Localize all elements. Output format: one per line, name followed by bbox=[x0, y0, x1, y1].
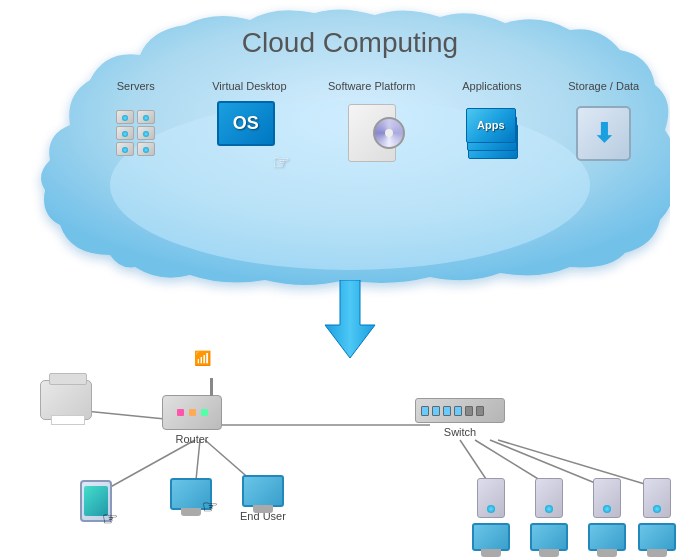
tower4-power-btn bbox=[653, 505, 661, 513]
end-user-computer2: End User bbox=[240, 475, 286, 522]
software-platform-label: Software Platform bbox=[328, 80, 415, 92]
cloud-item-servers: Servers bbox=[101, 80, 171, 168]
download-arrow-icon: ⬇ bbox=[593, 118, 615, 149]
tower3-power-btn bbox=[603, 505, 611, 513]
printer-device bbox=[40, 380, 92, 420]
tower2-icon bbox=[535, 478, 563, 518]
monitor4-icon bbox=[530, 523, 568, 551]
storage-icon: ⬇ bbox=[569, 98, 639, 168]
monitor2-icon bbox=[242, 475, 284, 507]
router-label: Router bbox=[175, 433, 208, 445]
switch-port bbox=[443, 406, 451, 416]
servers-label: Servers bbox=[117, 80, 155, 92]
cursor-hand-icon: ☞ bbox=[102, 508, 118, 530]
cursor-hand2-icon: ☞ bbox=[202, 496, 218, 518]
monitor-icon: ☞ bbox=[170, 478, 212, 510]
tower-computer3 bbox=[588, 478, 626, 551]
os-cursor: ☞ bbox=[272, 150, 290, 174]
monitor3-icon bbox=[472, 523, 510, 551]
switch-port bbox=[476, 406, 484, 416]
tower4-icon bbox=[643, 478, 671, 518]
monitor6-icon bbox=[638, 523, 676, 551]
printer-icon bbox=[40, 380, 92, 420]
switch-port bbox=[465, 406, 473, 416]
tablet-icon: ☞ bbox=[80, 480, 112, 522]
network-area: 📶 Router Switch ☞ ☞ End User bbox=[0, 370, 700, 560]
router-antenna: 📶 bbox=[210, 378, 213, 396]
tablet-device: ☞ bbox=[80, 480, 112, 522]
switch-device: Switch bbox=[415, 398, 505, 438]
cloud-item-storage: Storage / Data ⬇ bbox=[568, 80, 639, 168]
switch-icon bbox=[415, 398, 505, 423]
tower2-power-btn bbox=[545, 505, 553, 513]
router-icon: 📶 bbox=[162, 395, 222, 430]
cloud-item-software-platform: Software Platform bbox=[328, 80, 415, 168]
switch-port bbox=[454, 406, 462, 416]
tower-computer1 bbox=[472, 478, 510, 551]
tower-icon bbox=[477, 478, 505, 518]
storage-label: Storage / Data bbox=[568, 80, 639, 92]
cloud-items: Servers Virtual Desktop bbox=[80, 80, 660, 168]
cloud-item-applications: Applications Apps Apps Apps bbox=[457, 80, 527, 168]
servers-icon bbox=[101, 98, 171, 168]
big-down-arrow bbox=[320, 280, 380, 364]
virtual-desktop-icon: OS ☞ bbox=[214, 98, 284, 168]
virtual-desktop-label: Virtual Desktop bbox=[212, 80, 286, 92]
monitor5-icon bbox=[588, 523, 626, 551]
applications-label: Applications bbox=[462, 80, 521, 92]
end-user-computer1: ☞ bbox=[170, 478, 212, 510]
tower-power-btn bbox=[487, 505, 495, 513]
cloud-item-virtual-desktop: Virtual Desktop OS ☞ bbox=[212, 80, 286, 168]
switch-label: Switch bbox=[444, 426, 476, 438]
applications-icon: Apps Apps Apps bbox=[457, 98, 527, 168]
switch-port bbox=[432, 406, 440, 416]
cloud-title: Cloud Computing bbox=[242, 27, 458, 59]
wifi-icon: 📶 bbox=[194, 350, 211, 366]
cloud-container: Cloud Computing Servers bbox=[30, 5, 670, 315]
os-text: OS bbox=[233, 113, 259, 134]
tower-computer2 bbox=[530, 478, 568, 551]
software-platform-icon bbox=[337, 98, 407, 168]
switch-port bbox=[421, 406, 429, 416]
router-device: 📶 Router bbox=[162, 395, 222, 445]
tower3-icon bbox=[593, 478, 621, 518]
tower-computer4 bbox=[638, 478, 676, 551]
apps-text3: Apps bbox=[477, 119, 505, 131]
